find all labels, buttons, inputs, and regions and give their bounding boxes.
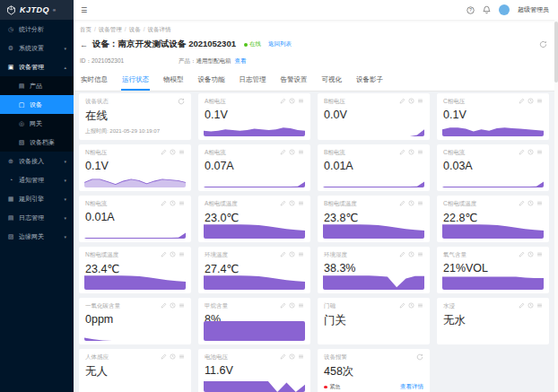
menu-icon[interactable] bbox=[417, 149, 423, 155]
refresh-icon[interactable] bbox=[416, 353, 423, 361]
menu-icon[interactable] bbox=[298, 353, 304, 360]
view-detail-link[interactable]: 查看详情 bbox=[400, 383, 423, 391]
edit-icon[interactable] bbox=[399, 149, 405, 155]
menu-icon[interactable] bbox=[298, 200, 304, 206]
back-to-list-link[interactable]: 返回列表 bbox=[268, 40, 292, 48]
sidebar-item-system[interactable]: ⚙系统设置▾ bbox=[0, 39, 74, 57]
tab-2[interactable]: 物模型 bbox=[162, 72, 185, 91]
menu-icon[interactable] bbox=[417, 251, 423, 257]
history-icon[interactable] bbox=[408, 98, 414, 104]
menu-icon[interactable] bbox=[417, 200, 423, 206]
notification-bell-icon[interactable] bbox=[483, 5, 491, 14]
user-avatar[interactable] bbox=[499, 4, 510, 15]
history-icon[interactable] bbox=[170, 353, 176, 360]
view-product-link[interactable]: 查看 bbox=[235, 57, 247, 65]
back-arrow-icon[interactable]: ← bbox=[80, 40, 88, 49]
edit-icon[interactable] bbox=[280, 353, 286, 360]
edit-icon[interactable] bbox=[161, 149, 167, 155]
sidebar-item-stats[interactable]: ◷统计分析 bbox=[0, 20, 74, 39]
edit-icon[interactable] bbox=[280, 302, 286, 309]
tab-3[interactable]: 设备功能 bbox=[197, 72, 226, 91]
menu-icon[interactable] bbox=[536, 149, 543, 155]
menu-icon[interactable] bbox=[536, 302, 543, 309]
history-icon[interactable] bbox=[289, 302, 295, 309]
sidebar-item-edge-gateway[interactable]: ▨边缘网关▾ bbox=[0, 227, 74, 246]
menu-icon[interactable] bbox=[298, 302, 304, 309]
history-icon[interactable] bbox=[408, 200, 414, 206]
sidebar-item-product[interactable]: ▤产品 bbox=[0, 76, 74, 95]
edit-icon[interactable] bbox=[519, 200, 525, 206]
history-icon[interactable] bbox=[527, 200, 534, 206]
tab-6[interactable]: 可视化 bbox=[321, 72, 344, 91]
edit-icon[interactable] bbox=[280, 98, 286, 104]
history-icon[interactable] bbox=[527, 251, 534, 257]
help-icon[interactable]: ? bbox=[466, 6, 475, 14]
tab-5[interactable]: 告警设置 bbox=[280, 72, 309, 91]
history-icon[interactable] bbox=[408, 149, 414, 155]
menu-icon[interactable] bbox=[179, 353, 185, 360]
history-icon[interactable] bbox=[289, 98, 295, 104]
history-icon[interactable] bbox=[170, 200, 176, 206]
edit-icon[interactable] bbox=[280, 200, 286, 206]
sidebar-collapse-icon[interactable]: ☰ bbox=[74, 6, 94, 14]
edit-icon[interactable] bbox=[519, 302, 525, 309]
menu-icon[interactable] bbox=[179, 302, 185, 309]
edit-icon[interactable] bbox=[280, 251, 286, 257]
history-icon[interactable] bbox=[289, 251, 295, 257]
history-icon[interactable] bbox=[289, 200, 295, 206]
menu-icon[interactable] bbox=[536, 251, 543, 257]
tab-4[interactable]: 日志管理 bbox=[239, 72, 267, 91]
menu-icon[interactable] bbox=[179, 149, 185, 155]
menu-icon[interactable] bbox=[298, 98, 304, 104]
scrollbar[interactable] bbox=[554, 20, 558, 392]
history-icon[interactable] bbox=[170, 302, 176, 309]
scrollbar-thumb[interactable] bbox=[554, 22, 558, 83]
history-icon[interactable] bbox=[408, 251, 414, 257]
menu-icon[interactable] bbox=[298, 251, 304, 257]
breadcrumb-device-mgmt[interactable]: 设备管理 bbox=[99, 26, 122, 34]
sidebar-item-device-access[interactable]: ⊕设备接入▾ bbox=[0, 152, 74, 170]
user-name[interactable]: 超级管理员 bbox=[518, 5, 549, 14]
history-icon[interactable] bbox=[527, 98, 534, 104]
menu-icon[interactable] bbox=[417, 98, 423, 104]
history-icon[interactable] bbox=[527, 149, 534, 155]
sidebar-item-notify-mgmt[interactable]: ◔通知管理▾ bbox=[0, 170, 74, 189]
history-icon[interactable] bbox=[289, 149, 295, 155]
edit-icon[interactable] bbox=[161, 353, 167, 360]
history-icon[interactable] bbox=[527, 302, 534, 309]
edit-icon[interactable] bbox=[161, 200, 167, 206]
edit-icon[interactable] bbox=[280, 149, 286, 155]
menu-icon[interactable] bbox=[179, 251, 185, 257]
menu-icon[interactable] bbox=[298, 149, 304, 155]
sidebar-item-log-mgmt[interactable]: ▤日志管理▾ bbox=[0, 208, 74, 227]
edit-icon[interactable] bbox=[399, 98, 405, 104]
breadcrumb-home[interactable]: 首页 bbox=[80, 26, 92, 34]
history-icon[interactable] bbox=[170, 251, 176, 257]
edit-icon[interactable] bbox=[161, 302, 167, 309]
breadcrumb-device[interactable]: 设备 bbox=[129, 26, 141, 34]
tab-1[interactable]: 运行状态 bbox=[121, 72, 150, 91]
edit-icon[interactable] bbox=[399, 302, 405, 309]
menu-icon[interactable] bbox=[417, 302, 423, 309]
edit-icon[interactable] bbox=[399, 200, 405, 206]
edit-icon[interactable] bbox=[399, 251, 405, 257]
tab-0[interactable]: 实时信息 bbox=[80, 72, 109, 91]
refresh-icon[interactable] bbox=[178, 98, 185, 105]
menu-icon[interactable] bbox=[536, 98, 543, 104]
menu-icon[interactable] bbox=[179, 200, 185, 206]
history-icon[interactable] bbox=[289, 353, 295, 360]
edit-icon[interactable] bbox=[519, 149, 525, 155]
edit-icon[interactable] bbox=[519, 98, 525, 104]
sidebar-item-device[interactable]: ▢设备 bbox=[0, 95, 74, 114]
sidebar-item-rule-engine[interactable]: ▦规则引擎▾ bbox=[0, 189, 74, 208]
history-icon[interactable] bbox=[408, 302, 414, 309]
history-icon[interactable] bbox=[170, 149, 176, 155]
edit-icon[interactable] bbox=[161, 251, 167, 257]
tab-7[interactable]: 设备影子 bbox=[355, 72, 384, 91]
sidebar-item-device-mgmt[interactable]: ▣设备管理▴ bbox=[0, 57, 74, 76]
edit-icon[interactable] bbox=[519, 251, 525, 257]
refresh-icon[interactable] bbox=[539, 36, 547, 52]
menu-icon[interactable] bbox=[536, 200, 543, 206]
sidebar-item-device-archive[interactable]: ▧设备档案 bbox=[0, 133, 74, 152]
sidebar-item-gateway[interactable]: ◎网关 bbox=[0, 114, 74, 133]
